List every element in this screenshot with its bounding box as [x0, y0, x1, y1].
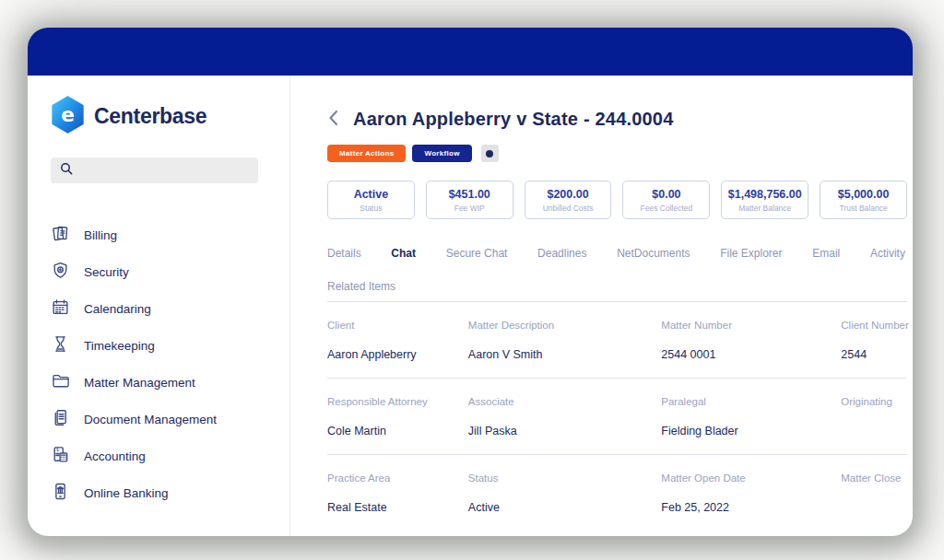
- billing-icon: [51, 224, 70, 246]
- sidebar-item-label: Calendaring: [84, 302, 151, 316]
- sidebar-item-security[interactable]: Security: [51, 253, 271, 290]
- dot-icon: [486, 150, 493, 158]
- field-label: Matter Open Date: [661, 472, 841, 484]
- brand: e Centerbase: [51, 96, 271, 137]
- svg-text:$: $: [56, 447, 59, 452]
- sidebar-item-online-banking[interactable]: Online Banking: [51, 474, 271, 511]
- field-row-practice: Practice Area Real Estate Status Active …: [327, 455, 907, 531]
- hourglass-icon: [51, 334, 70, 356]
- more-options-button[interactable]: [481, 145, 499, 162]
- sidebar-item-matter-management[interactable]: Matter Management: [51, 364, 271, 401]
- field-label: Responsible Attorney: [327, 396, 468, 407]
- document-icon: [51, 408, 70, 430]
- field-label: Associate: [468, 396, 661, 407]
- stat-label: Status: [360, 204, 382, 213]
- chevron-left-icon: [327, 109, 339, 130]
- stats-row: Active Status $451.00 Fee WIP $200.00 Un…: [327, 181, 907, 219]
- tab-secure-chat[interactable]: Secure Chat: [446, 247, 508, 260]
- field-label: Client Number: [841, 320, 907, 331]
- related-items-heading: Related Items: [327, 280, 907, 302]
- field-value: Real Estate: [327, 501, 468, 515]
- tab-details[interactable]: Details: [327, 247, 361, 260]
- tab-chat[interactable]: Chat: [391, 247, 416, 260]
- search-input[interactable]: [80, 164, 250, 177]
- field-row-attorneys: Responsible Attorney Cole Martin Associa…: [327, 379, 907, 455]
- field-matter-description: Matter Description Aaron V Smith: [468, 320, 661, 362]
- search-icon: [59, 161, 74, 180]
- search-box[interactable]: [51, 158, 258, 183]
- stat-label: Fee WIP: [454, 204, 485, 213]
- sidebar-item-label: Accounting: [84, 449, 146, 463]
- field-value: [841, 501, 907, 515]
- tab-netdocuments[interactable]: NetDocuments: [617, 247, 690, 260]
- sidebar-item-label: Security: [84, 265, 129, 279]
- stat-value: $451.00: [449, 188, 490, 201]
- sidebar-item-document-management[interactable]: Document Management: [51, 401, 271, 438]
- stat-card-fee-wip: $451.00 Fee WIP: [426, 181, 513, 219]
- stat-card-matter-balance: $1,498,756.00 Matter Balance: [721, 181, 808, 219]
- field-value: [841, 425, 907, 438]
- field-originating: Originating: [841, 396, 907, 438]
- sidebar-nav: Billing Security: [51, 216, 271, 511]
- field-value: Aaron V Smith: [468, 348, 661, 362]
- tab-email[interactable]: Email: [812, 247, 840, 260]
- sidebar-item-label: Matter Management: [84, 376, 195, 390]
- field-value: Aaron Appleberry: [327, 348, 468, 362]
- sidebar-item-billing[interactable]: Billing: [51, 216, 271, 253]
- sidebar-item-timekeeping[interactable]: Timekeeping: [51, 327, 271, 364]
- field-label: Originating: [841, 396, 907, 407]
- brand-name: Centerbase: [94, 104, 206, 129]
- accounting-icon: $: [51, 445, 70, 467]
- tab-activity[interactable]: Activity: [870, 247, 905, 260]
- field-associate: Associate Jill Paska: [468, 396, 661, 438]
- content-area: e Centerbase: [28, 76, 913, 536]
- svg-text:e: e: [61, 103, 75, 126]
- stat-value: $5,000.00: [838, 188, 890, 201]
- sidebar: e Centerbase: [28, 76, 290, 536]
- stat-label: Matter Balance: [738, 204, 791, 213]
- workflow-button[interactable]: Workflow: [412, 145, 471, 162]
- stat-value: Active: [354, 188, 389, 201]
- field-matter-open-date: Matter Open Date Feb 25, 2022: [661, 472, 841, 515]
- sidebar-item-accounting[interactable]: $ Accounting: [51, 438, 271, 474]
- stat-label: Trust Balance: [839, 204, 887, 213]
- sidebar-item-calendaring[interactable]: Calendaring: [51, 290, 271, 327]
- field-label: Matter Description: [468, 320, 661, 331]
- title-row: Aaron Appleberry v State - 244.0004: [327, 109, 907, 130]
- field-value: Feb 25, 2022: [661, 501, 841, 515]
- folder-icon: [51, 371, 70, 393]
- field-practice-area: Practice Area Real Estate: [327, 472, 468, 515]
- stat-label: Unbilled Costs: [543, 204, 594, 213]
- back-button[interactable]: [327, 109, 339, 130]
- sidebar-item-label: Timekeeping: [84, 339, 155, 353]
- stat-value: $1,498,756.00: [728, 188, 802, 201]
- stat-card-unbilled-costs: $200.00 Unbilled Costs: [525, 181, 612, 219]
- stat-card-status: Active Status: [327, 181, 415, 219]
- field-label: Status: [468, 472, 661, 484]
- main-panel: Aaron Appleberry v State - 244.0004 Matt…: [290, 76, 913, 536]
- centerbase-logo-icon: e: [51, 96, 85, 137]
- stat-card-trust-balance: $5,000.00 Trust Balance: [820, 181, 907, 219]
- field-value: Cole Martin: [327, 425, 468, 438]
- matter-actions-button[interactable]: Matter Actions: [327, 145, 406, 162]
- stat-card-fees-collected: $0.00 Fees Collected: [622, 181, 710, 219]
- field-value: Fielding Blader: [661, 425, 841, 438]
- actions-row: Matter Actions Workflow: [327, 145, 907, 162]
- field-status: Status Active: [468, 472, 661, 515]
- calendar-icon: [51, 298, 70, 320]
- field-label: Paralegal: [661, 396, 841, 407]
- field-client: Client Aaron Appleberry: [327, 320, 468, 362]
- field-matter-number: Matter Number 2544 0001: [661, 320, 841, 362]
- field-client-number: Client Number 2544: [841, 320, 907, 362]
- field-matter-close: Matter Close: [841, 472, 907, 515]
- field-label: Practice Area: [327, 472, 468, 484]
- tab-deadlines[interactable]: Deadlines: [537, 247, 586, 260]
- stat-value: $0.00: [652, 188, 680, 201]
- field-value: Jill Paska: [468, 425, 661, 438]
- top-navigation-bar: [28, 28, 913, 76]
- field-value: Active: [468, 501, 661, 515]
- tab-file-explorer[interactable]: File Explorer: [720, 247, 782, 260]
- sidebar-item-label: Billing: [84, 228, 117, 242]
- tabs-row: Details Chat Secure Chat Deadlines NetDo…: [327, 247, 907, 260]
- field-label: Matter Close: [841, 472, 907, 484]
